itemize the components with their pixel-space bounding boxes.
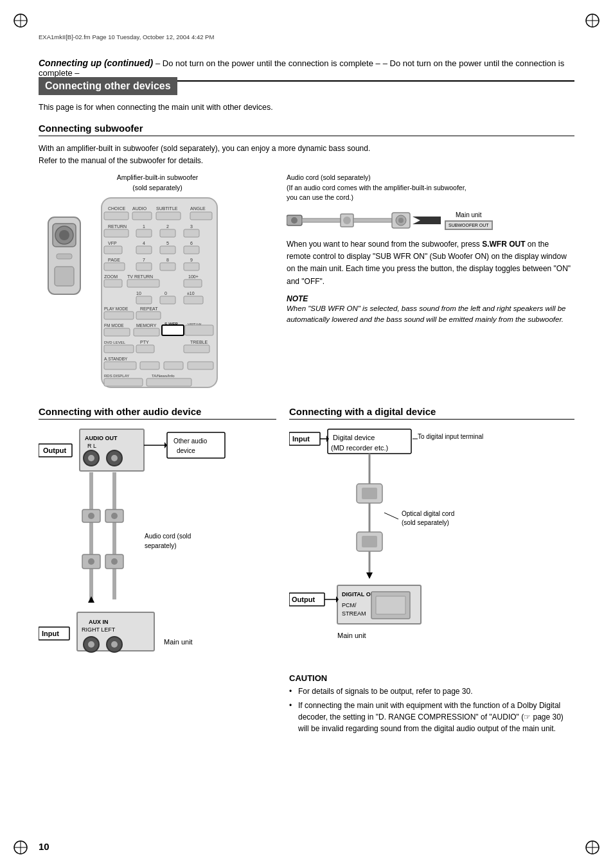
svg-text:Main unit: Main unit: [164, 638, 193, 646]
svg-text:Audio cord (sold: Audio cord (sold: [145, 533, 191, 540]
svg-point-129: [111, 558, 118, 565]
svg-text:separately): separately): [145, 542, 176, 549]
bottom-two-col: Connecting with other audio device Outpu…: [39, 406, 574, 737]
svg-rect-85: [140, 362, 159, 369]
svg-text:PLAY MODE: PLAY MODE: [104, 306, 129, 311]
svg-text:6: 6: [190, 241, 193, 245]
subwoofer-right-col: Audio cord (sold separately)(If an audio…: [287, 172, 574, 396]
svg-text:7: 7: [143, 258, 145, 262]
corner-mark-tr: [583, 12, 601, 30]
subwoofer-out-box: SUBWOOFER OUT: [445, 220, 493, 230]
svg-text:8: 8: [166, 258, 169, 262]
svg-point-125: [111, 513, 118, 519]
svg-text:MEMORY: MEMORY: [136, 323, 157, 328]
subwoofer-description: With an amplifier-built in subwoofer (so…: [39, 143, 574, 167]
subwoofer-speaker: [39, 214, 90, 306]
connection-cable-svg: [287, 208, 441, 233]
main-content: Connecting other devices This page is fo…: [39, 77, 574, 829]
corner-mark-bl: [12, 838, 30, 856]
svg-text:Output: Output: [43, 447, 66, 454]
audio-out-svg: Output AUDIO OUT R L Other audio: [39, 426, 276, 657]
svg-rect-94: [302, 218, 341, 222]
svg-text:A.STANDBY: A.STANDBY: [104, 357, 128, 361]
audio-device-section: Connecting with other audio device Outpu…: [39, 406, 276, 737]
svg-rect-26: [190, 212, 212, 220]
corner-mark-br: [583, 838, 601, 856]
svg-text:RIGHT    LEFT: RIGHT LEFT: [82, 626, 116, 633]
svg-rect-28: [104, 229, 129, 237]
svg-text:FM MODE: FM MODE: [104, 323, 124, 328]
page-container: EXA1mkII[B]-02.fm Page 10 Tuesday, Octob…: [0, 0, 613, 868]
file-info: EXA1mkII[B]-02.fm Page 10 Tuesday, Octob…: [39, 33, 214, 40]
svg-text:10: 10: [136, 291, 141, 296]
svg-rect-55: [127, 279, 159, 287]
section-title: Connecting other devices: [39, 77, 177, 95]
svg-text:Input: Input: [292, 435, 310, 443]
svg-text:TA/News/Info: TA/News/Info: [152, 374, 175, 378]
svg-marker-101: [413, 217, 441, 224]
svg-point-15: [59, 230, 69, 240]
svg-marker-132: [88, 596, 94, 603]
svg-text:±10: ±10: [187, 291, 195, 296]
svg-text:TV RETURN: TV RETURN: [127, 274, 153, 279]
subwoofer-svg: [39, 214, 90, 304]
svg-rect-49: [160, 263, 175, 270]
svg-rect-81: [136, 345, 154, 353]
svg-rect-84: [104, 362, 136, 369]
amplifier-label-text: Amplifier-built-in subwoofer(sold separa…: [117, 173, 199, 191]
svg-rect-17: [55, 267, 74, 286]
svg-line-158: [384, 513, 398, 519]
svg-text:5: 5: [166, 241, 169, 245]
svg-text:AUX IN: AUX IN: [89, 619, 109, 625]
heading-continued: (continued): [104, 58, 153, 68]
svg-rect-160: [362, 536, 377, 547]
svg-rect-60: [136, 296, 152, 304]
svg-rect-39: [104, 246, 122, 254]
audio-cord-label-area: Audio cord (sold separately)(If an audio…: [287, 172, 574, 202]
caution-item-2: If connecting the main unit with equipme…: [289, 700, 574, 734]
svg-text:VFP: VFP: [108, 241, 117, 245]
svg-rect-34: [184, 229, 199, 237]
subwoofer-connection-diagram: Main unit SUBWOOFER OUT: [287, 208, 574, 233]
svg-rect-97: [353, 218, 392, 222]
svg-rect-76: [185, 325, 213, 335]
digital-device-svg: Input Digital device (MD recorder etc.) …: [289, 426, 508, 664]
subwoofer-desc2: When you want to hear sound from the sub…: [287, 238, 574, 288]
caution-item-1: For details of signals to be output, ref…: [289, 686, 574, 697]
svg-point-137: [88, 641, 94, 648]
intro-text: This page is for when connecting the mai…: [39, 102, 574, 114]
heading-title: Connecting up (continued) – Do not turn …: [39, 58, 383, 68]
svg-marker-162: [366, 572, 373, 579]
svg-rect-86: [164, 362, 183, 369]
svg-rect-91: [147, 378, 191, 386]
subwoofer-two-col: Amplifier-built-in subwoofer(sold separa…: [39, 172, 574, 396]
note-text: When "SUB WFR ON" is selected, bass soun…: [287, 303, 574, 326]
svg-rect-154: [362, 488, 377, 499]
svg-text:Input: Input: [42, 630, 59, 637]
svg-text:ANGLE: ANGLE: [190, 206, 206, 211]
svg-rect-82: [184, 345, 209, 353]
svg-text:(MD recorder etc.): (MD recorder etc.): [331, 444, 388, 452]
svg-rect-41: [160, 246, 175, 254]
svg-text:2: 2: [166, 224, 169, 229]
svg-text:STREAM: STREAM: [342, 610, 366, 617]
svg-text:Other audio: Other audio: [173, 438, 208, 445]
svg-point-139: [111, 641, 118, 648]
heading-connecting-up: Connecting up: [39, 58, 102, 68]
svg-text:AUDIO: AUDIO: [132, 206, 147, 211]
svg-rect-54: [104, 279, 122, 287]
svg-rect-66: [136, 312, 161, 319]
svg-text:Digital device: Digital device: [333, 434, 375, 441]
svg-text:R          L: R L: [87, 443, 96, 449]
svg-rect-16: [57, 254, 72, 259]
subwoofer-out-label: SUBWOOFER OUT: [449, 223, 489, 227]
caution-title: CAUTION: [289, 673, 574, 683]
remote-control: CHOICE AUDIO SUBTITLE ANGLE RETURN: [95, 195, 276, 396]
subwoofer-left-col: Amplifier-built-in subwoofer(sold separa…: [39, 172, 276, 396]
svg-text:PTY: PTY: [140, 340, 149, 344]
svg-rect-42: [184, 246, 199, 254]
svg-rect-48: [136, 263, 152, 270]
svg-text:0: 0: [164, 291, 167, 296]
audio-out-diagram-area: Output AUDIO OUT R L Other audio: [39, 426, 276, 659]
page-number: 10: [39, 841, 49, 852]
